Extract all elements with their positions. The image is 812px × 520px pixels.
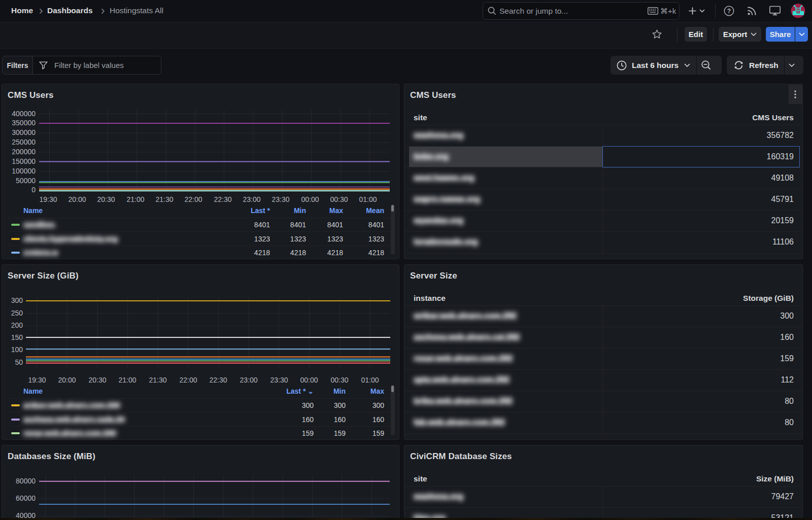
svg-text:?: ? [727,8,731,15]
